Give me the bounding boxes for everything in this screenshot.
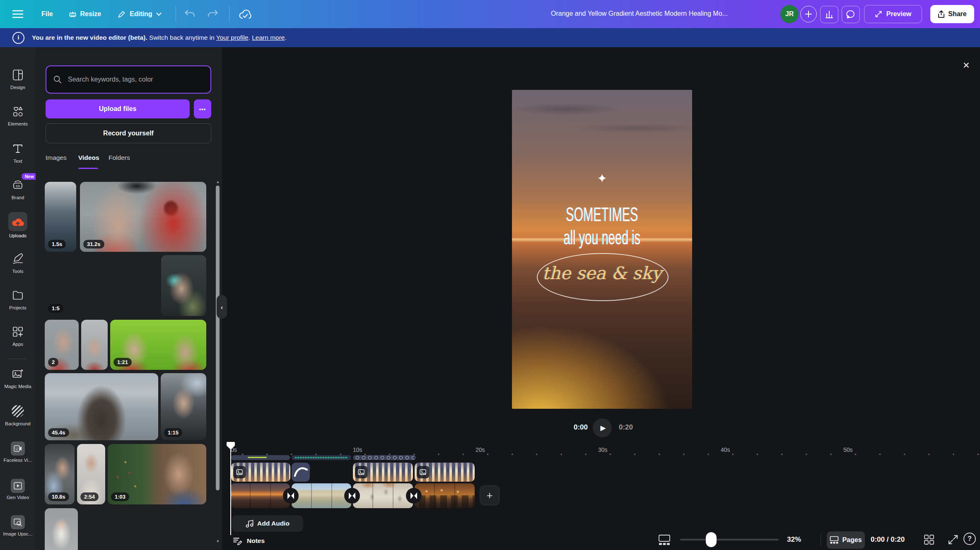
transition-button[interactable]: [344, 488, 360, 504]
video-thumbnail[interactable]: 1:5: [45, 255, 159, 316]
zoom-slider-track[interactable]: [680, 539, 779, 540]
close-icon[interactable]: ✕: [963, 60, 970, 70]
script-text[interactable]: the sea & sky: [512, 263, 692, 283]
sidebar-item-faceless-video[interactable]: Faceless Vi...: [0, 441, 36, 463]
video-thumbnail[interactable]: 2: [45, 320, 79, 370]
headline-text-1[interactable]: SOMETIMES: [543, 203, 661, 226]
video-thumbnail[interactable]: [81, 320, 108, 370]
video-thumbnail[interactable]: 1:21: [110, 320, 206, 370]
upload-files-button[interactable]: Upload files: [46, 99, 190, 118]
sidebar-item-brand[interactable]: New co Brand: [0, 179, 36, 200]
uploads-icon: [11, 216, 24, 227]
video-clip-4[interactable]: [415, 483, 475, 508]
video-thumbnail[interactable]: 31.2s: [80, 182, 206, 252]
zoom-slider-knob[interactable]: [706, 532, 717, 547]
video-clip-2[interactable]: [292, 483, 351, 508]
magic-media-icon: [12, 368, 24, 380]
overlay-clip[interactable]: [415, 463, 475, 482]
pages-toggle-button[interactable]: Pages: [827, 531, 865, 549]
transition-button[interactable]: [406, 488, 422, 504]
ruler-tick: 50s: [842, 446, 854, 453]
duration-badge: 1:21: [113, 358, 132, 367]
avatar[interactable]: JR: [780, 5, 799, 23]
design-page[interactable]: ✦ SOMETIMES all you need is the sea & sk…: [512, 90, 692, 409]
sidebar-item-background[interactable]: Background: [0, 405, 36, 426]
sidebar-item-text[interactable]: Text: [0, 142, 36, 164]
timeline-time-display: 0:00 / 0:20: [871, 536, 905, 544]
search-box[interactable]: [46, 65, 211, 94]
scroll-up-icon[interactable]: ▲: [215, 180, 220, 184]
playhead-marker[interactable]: [226, 441, 235, 450]
search-input[interactable]: [67, 75, 204, 84]
sparkle-element[interactable]: ✦: [512, 171, 692, 186]
comments-button[interactable]: [842, 6, 860, 23]
overlay-clip[interactable]: [353, 463, 413, 482]
share-button[interactable]: Share: [930, 5, 974, 23]
add-audio-button[interactable]: Add Audio: [232, 515, 303, 532]
panel-collapse-handle[interactable]: ‹: [217, 295, 227, 319]
scroll-down-icon[interactable]: ▼: [215, 539, 220, 543]
cloud-save-status-icon[interactable]: [239, 9, 252, 20]
hamburger-menu-icon[interactable]: [12, 10, 24, 18]
video-thumbnail[interactable]: 45.4s: [45, 373, 158, 440]
sidebar-item-projects[interactable]: Projects: [0, 289, 36, 310]
add-member-button[interactable]: [800, 6, 817, 22]
sidebar-item-uploads[interactable]: Uploads: [0, 212, 36, 238]
resize-menu[interactable]: Resize: [69, 10, 101, 18]
tab-folders[interactable]: Folders: [109, 154, 130, 162]
add-clip-button[interactable]: +: [480, 485, 500, 505]
playhead-line[interactable]: [230, 443, 231, 535]
notes-button[interactable]: Notes: [233, 537, 265, 545]
grid-view-icon[interactable]: [923, 533, 935, 546]
video-thumbnail[interactable]: 2:54: [77, 444, 105, 504]
duration-badge: 1:03: [111, 492, 129, 501]
headline-text-2[interactable]: all you need is: [543, 227, 661, 249]
fullscreen-icon[interactable]: [947, 533, 959, 546]
duration-badge: 10.8s: [48, 492, 69, 501]
video-clip-3[interactable]: [353, 483, 413, 508]
tab-images[interactable]: Images: [46, 154, 67, 162]
your-profile-link[interactable]: Your profile: [216, 34, 249, 41]
rail-divider: [8, 359, 27, 359]
video-thumbnail[interactable]: 10.8s: [45, 444, 75, 504]
upload-more-options-button[interactable]: •••: [194, 99, 211, 118]
mini-track-segment[interactable]: [231, 455, 290, 460]
overlay-clip-curve[interactable]: [292, 463, 310, 482]
sidebar-item-design[interactable]: Design: [0, 69, 36, 90]
document-title[interactable]: Orange and Yellow Gradient Aesthetic Mod…: [551, 10, 765, 17]
transition-button[interactable]: [283, 488, 299, 504]
sidebar-item-apps[interactable]: Apps: [0, 326, 36, 347]
image-badge: [233, 466, 246, 478]
tab-videos[interactable]: Videos: [78, 154, 99, 162]
video-thumbnail[interactable]: 1.5s: [45, 182, 76, 252]
preview-button[interactable]: Preview: [864, 5, 922, 23]
sidebar-item-tools[interactable]: Tools: [0, 253, 36, 274]
sidebar-item-gen-video[interactable]: Gen Video: [0, 479, 36, 500]
sidebar-item-image-upscaler[interactable]: Image Upsc...: [0, 515, 36, 536]
undo-icon[interactable]: [184, 9, 196, 19]
video-thumbnail[interactable]: 1:15: [161, 373, 206, 440]
sidebar-item-magic-media[interactable]: Magic Media: [0, 368, 36, 389]
mini-track-segment-audio[interactable]: [292, 455, 351, 460]
panel-scrollbar[interactable]: [216, 186, 220, 490]
video-thumbnail[interactable]: 1:03: [108, 444, 206, 504]
video-clip-1[interactable]: [230, 483, 290, 508]
redo-icon[interactable]: [207, 9, 218, 19]
image-badge: [417, 466, 429, 478]
video-thumbnail[interactable]: [161, 255, 206, 316]
timeline-view-icon[interactable]: [657, 533, 672, 547]
overlay-clip[interactable]: [231, 463, 290, 482]
sidebar-item-elements[interactable]: Elements: [0, 105, 36, 126]
play-button[interactable]: ▶: [593, 418, 612, 437]
learn-more-link[interactable]: Learn more: [252, 34, 285, 41]
timeline-ruler[interactable]: 0s 10s 20s 30s 40s 50s: [222, 446, 980, 456]
mini-track-segment[interactable]: [353, 455, 416, 460]
uploads-active-tile: [8, 212, 27, 231]
insights-button[interactable]: [820, 6, 838, 23]
record-yourself-button[interactable]: Record yourself: [46, 123, 211, 143]
video-thumbnail[interactable]: 24.5s: [45, 508, 78, 550]
editing-mode-menu[interactable]: Editing: [118, 10, 162, 18]
help-button[interactable]: ?: [963, 533, 976, 545]
file-menu[interactable]: File: [41, 10, 53, 18]
new-badge: New: [22, 173, 37, 180]
